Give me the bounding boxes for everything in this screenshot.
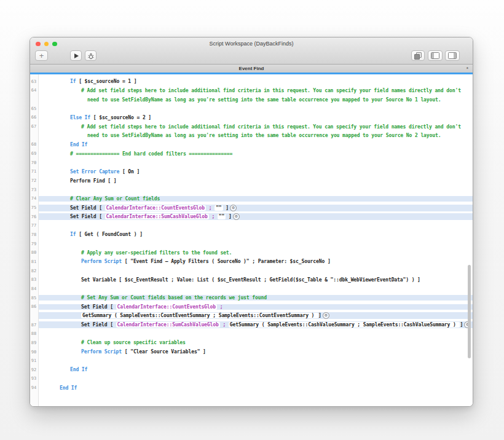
step-options-gear-icon[interactable]: ⚙	[233, 213, 240, 220]
script-row[interactable]: 84	[30, 285, 473, 294]
script-row[interactable]: 72Perform Find [ ]	[30, 176, 473, 186]
line-number: 80	[30, 250, 39, 255]
script-editor[interactable]: 63If [ $sc_sourceNo = 1 ]64# Add set fie…	[30, 74, 473, 407]
script-row[interactable]: 86Set Field [ CalendarInterface::CountEv…	[30, 302, 473, 312]
script-row[interactable]: 66Else If [ $sc_sourceNo = 2 ]	[30, 113, 473, 122]
toggle-left-pane-button[interactable]	[428, 50, 443, 61]
step-content: End If	[39, 142, 473, 147]
script-row[interactable]: 78If [ Get ( FoundCount ) ]	[30, 230, 473, 240]
script-row[interactable]: 77	[30, 221, 473, 230]
script-row[interactable]: 82	[30, 266, 473, 275]
step-text: ]	[134, 169, 140, 175]
step-text: [ "Event Find – Apply Filters ( SourceNo…	[122, 259, 331, 264]
line-number: 70	[30, 160, 39, 165]
step-content: need to use SetFieldByName as long as yo…	[39, 133, 473, 138]
script-row[interactable]: 88	[30, 329, 473, 339]
step-content: Set Field [ CalendarInterface::SumCashVa…	[39, 213, 473, 220]
run-script-button[interactable]	[70, 50, 82, 61]
script-row[interactable]: 89# Clean up source specific variables	[30, 339, 473, 348]
script-row[interactable]: 64# Add set field steps here to include …	[30, 86, 473, 95]
script-row[interactable]: 65	[30, 104, 473, 113]
window-title: Script Workspace (DayBackFinds)	[30, 41, 473, 47]
line-number: 88	[30, 331, 39, 336]
step-content: If [ Get ( FoundCount ) ]	[39, 232, 473, 237]
separator-text: ;	[206, 205, 215, 211]
step-text: Set Field [	[81, 322, 116, 328]
step-content: # Apply any user-specified filters to th…	[39, 250, 473, 256]
calculation-text: GetSummary ( SampleEvents::CountEventSum…	[81, 313, 318, 318]
step-content: GetSummary ( SampleEvents::CountEventSum…	[39, 312, 473, 319]
script-row[interactable]: 85# Set Any Sum or Count fields based on…	[30, 293, 473, 302]
step-text: ]	[223, 205, 229, 211]
tab-event-find[interactable]: Event Find	[30, 66, 473, 71]
script-row[interactable]: 63If [ $sc_sourceNo = 1 ]	[30, 77, 473, 87]
step-options-gear-icon[interactable]: ⚙	[230, 205, 237, 211]
field-reference: CalendarInterface::SumCashValueGlob	[116, 322, 220, 328]
script-row[interactable]: 74# Clear Any Sum or Count fields	[30, 194, 473, 203]
step-options-gear-icon[interactable]: ⚙	[323, 312, 329, 319]
step-content: Perform Find [ ]	[39, 178, 473, 184]
debug-script-button[interactable]	[85, 50, 96, 61]
script-row[interactable]: 81Perform Script [ "Event Find – Apply F…	[30, 257, 473, 267]
comment-text: # Add set field steps here to include ad…	[81, 124, 461, 130]
step-content: Else If [ $sc_sourceNo = 2 ]	[39, 115, 473, 120]
keyword-text: Perform Script	[81, 349, 122, 355]
step-text: Set Field [	[81, 304, 116, 310]
script-row[interactable]: GetSummary ( SampleEvents::CountEventSum…	[30, 312, 473, 321]
line-number: 65	[30, 106, 39, 111]
script-row[interactable]: 70	[30, 158, 473, 167]
step-text: Perform Find [ ]	[70, 178, 116, 184]
line-number: 71	[30, 169, 39, 174]
script-row[interactable]: 73	[30, 185, 473, 194]
script-row[interactable]: 91	[30, 356, 473, 366]
line-number: 64	[30, 88, 39, 93]
line-number: 68	[30, 142, 39, 147]
comment-text: # Add set field steps here to include ad…	[81, 88, 461, 93]
script-row[interactable]: 69# =============== End hard coded filte…	[30, 149, 473, 159]
keyword-text: Else If	[70, 115, 90, 120]
script-row[interactable]: 67# Add set field steps here to include …	[30, 122, 473, 132]
comment-text: need to use SetFieldByName as long as yo…	[87, 97, 441, 103]
step-text: Set Field [	[70, 214, 105, 219]
script-row[interactable]: 68End If	[30, 140, 473, 149]
step-text: [	[119, 169, 128, 175]
line-number: 92	[30, 367, 39, 372]
new-script-button[interactable]: +	[35, 50, 48, 61]
calculation-text: GetSummary ( SampleEvents::CashValueSumm…	[229, 322, 460, 328]
script-row[interactable]: 76Set Field [ CalendarInterface::SumCash…	[30, 212, 473, 221]
comment-text: # Clear Any Sum or Count fields	[70, 196, 160, 202]
script-row[interactable]: 83Set Variable [ $sc_EventResult ; Value…	[30, 275, 473, 285]
script-row[interactable]: 93	[30, 374, 473, 383]
step-text: [ $sc_sourceNo = 1 ]	[76, 79, 136, 84]
keyword-text: End If	[60, 385, 77, 391]
step-content: Set Field [ CalendarInterface::CountEven…	[39, 304, 473, 310]
vertical-scrollbar-thumb[interactable]	[468, 265, 471, 358]
duplicate-script-button[interactable]	[411, 50, 425, 61]
field-reference: CalendarInterface::CountEventsGlob	[105, 205, 206, 211]
script-row[interactable]: 80# Apply any user-specified filters to …	[30, 248, 473, 257]
script-row[interactable]: 75Set Field [ CalendarInterface::CountEv…	[30, 203, 473, 213]
step-content: # Add set field steps here to include ad…	[39, 124, 473, 130]
script-row[interactable]: 87Set Field [ CalendarInterface::SumCash…	[30, 320, 473, 329]
line-number: 83	[30, 277, 39, 282]
script-row[interactable]: 90Perform Script [ "Clear Source Variabl…	[30, 347, 473, 356]
script-row[interactable]: 79	[30, 239, 473, 248]
separator-text: ;	[217, 304, 222, 310]
line-number: 86	[30, 304, 39, 309]
play-icon	[74, 53, 79, 58]
line-number: 81	[30, 259, 39, 264]
comment-text: # Clean up source specific variables	[81, 340, 186, 345]
toggle-right-pane-button[interactable]	[445, 50, 460, 61]
step-content: # =============== End hard coded filters…	[39, 151, 473, 157]
script-row[interactable]: need to use SetFieldByName as long as yo…	[30, 95, 473, 104]
step-text: [ "Clear Source Variables" ]	[122, 349, 206, 355]
step-text: On	[128, 169, 133, 175]
separator-text: ;	[220, 322, 229, 328]
script-row[interactable]: need to use SetFieldByName as long as yo…	[30, 131, 473, 140]
script-row[interactable]: 92End If	[30, 366, 473, 375]
step-content: End If	[39, 367, 473, 372]
panel-right-icon	[448, 52, 457, 59]
line-number: 87	[30, 323, 39, 328]
script-row[interactable]: 94End If	[30, 383, 473, 393]
script-row[interactable]: 71Set Error Capture [ On ]	[30, 167, 473, 176]
